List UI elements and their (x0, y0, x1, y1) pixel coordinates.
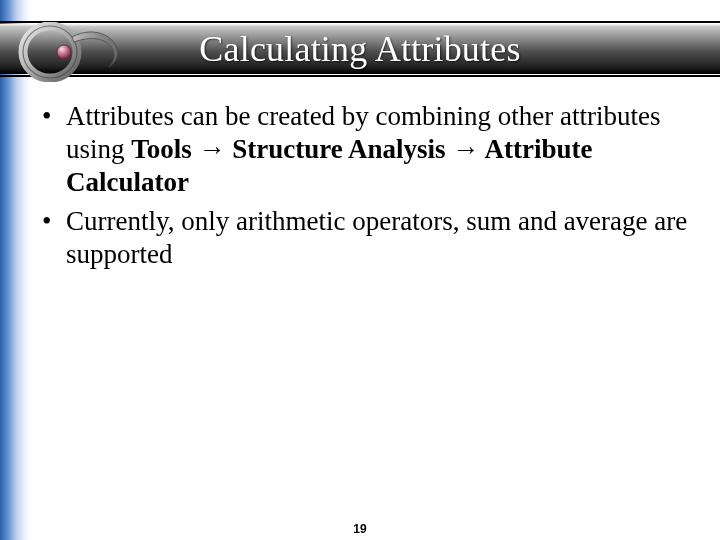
slide: Calculating Attributes (0, 0, 720, 540)
content-area: Attributes can be created by combining o… (38, 100, 706, 277)
bullet-item: Attributes can be created by combining o… (38, 100, 706, 199)
chimera-logo-icon (14, 22, 124, 82)
bullet-text-pre: Currently, only arithmetic operators, su… (66, 206, 687, 269)
header: Calculating Attributes (0, 14, 720, 84)
menu-path: Tools → Structure Analysis → Attribute C… (66, 134, 593, 197)
bullet-item: Currently, only arithmetic operators, su… (38, 205, 706, 271)
page-number: 19 (0, 522, 720, 536)
svg-point-2 (57, 45, 71, 59)
bullet-list: Attributes can be created by combining o… (38, 100, 706, 271)
